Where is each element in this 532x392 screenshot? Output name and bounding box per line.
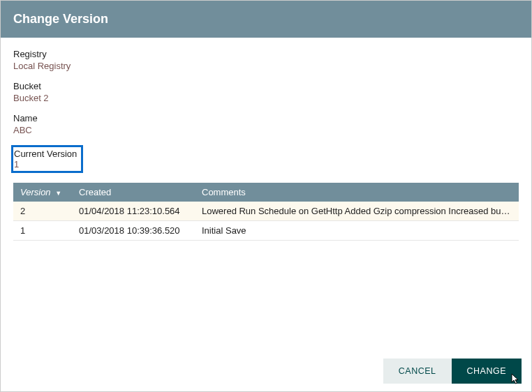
- bucket-value: Bucket 2: [13, 93, 519, 103]
- dialog-footer: CANCEL CHANGE: [383, 359, 522, 384]
- table-row[interactable]: 201/04/2018 11:23:10.564Lowered Run Sche…: [13, 202, 519, 221]
- cell-comments: Initial Save: [195, 221, 519, 241]
- dialog-title: Change Version: [1, 1, 531, 38]
- cell-version: 2: [13, 202, 72, 221]
- name-value: ABC: [13, 125, 519, 135]
- table-row[interactable]: 101/03/2018 10:39:36.520Initial Save: [13, 221, 519, 241]
- registry-field: Registry Local Registry: [13, 49, 519, 71]
- current-version-label: Current Version: [14, 149, 77, 159]
- bucket-label: Bucket: [13, 81, 519, 91]
- name-field: Name ABC: [13, 113, 519, 135]
- registry-label: Registry: [13, 49, 519, 59]
- cell-created: 01/03/2018 10:39:36.520: [72, 221, 195, 241]
- change-button[interactable]: CHANGE: [452, 359, 522, 384]
- created-column-header[interactable]: Created: [72, 183, 195, 202]
- current-version-field: Current Version 1: [11, 145, 83, 173]
- cell-created: 01/04/2018 11:23:10.564: [72, 202, 195, 221]
- version-column-label: Version: [20, 187, 51, 197]
- sort-desc-icon: ▼: [55, 190, 61, 197]
- dialog-body: Registry Local Registry Bucket Bucket 2 …: [1, 38, 531, 241]
- cancel-button[interactable]: CANCEL: [383, 359, 452, 384]
- name-label: Name: [13, 113, 519, 123]
- version-table: Version ▼ Created Comments 201/04/2018 1…: [13, 183, 519, 241]
- bucket-field: Bucket Bucket 2: [13, 81, 519, 103]
- comments-column-header[interactable]: Comments: [195, 183, 519, 202]
- version-column-header[interactable]: Version ▼: [13, 183, 72, 202]
- registry-value: Local Registry: [13, 61, 519, 71]
- cell-version: 1: [13, 221, 72, 241]
- current-version-value: 1: [14, 159, 77, 169]
- cell-comments: Lowered Run Schedule on GetHttp Added Gz…: [195, 202, 519, 221]
